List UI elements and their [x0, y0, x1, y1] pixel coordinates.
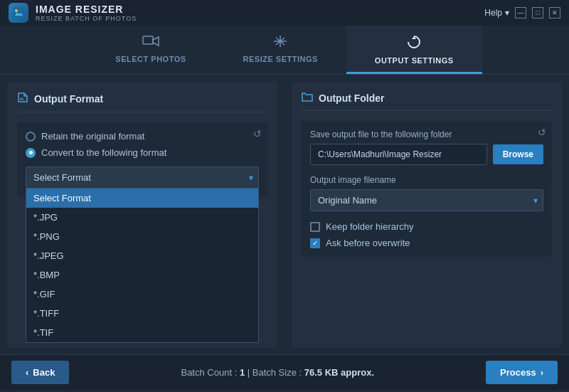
tab-select-photos[interactable]: SELECT PHOTOS	[87, 26, 214, 74]
tab-resize-settings-label: RESIZE SETTINGS	[243, 55, 318, 63]
main-content: Output Format ↺ Retain the original form…	[0, 75, 569, 354]
process-button[interactable]: Process ›	[486, 361, 558, 384]
svg-rect-2	[143, 36, 153, 44]
svg-rect-0	[13, 7, 24, 18]
resize-settings-icon	[272, 34, 288, 52]
format-option-tiff[interactable]: *.TIFF	[26, 304, 258, 323]
radio-retain[interactable]: Retain the original format	[26, 131, 259, 142]
radio-convert-label: Convert to the following format	[41, 147, 166, 158]
batch-size-label: Batch Size :	[252, 367, 302, 378]
batch-info: Batch Count : 1 | Batch Size : 76.5 KB a…	[181, 367, 374, 378]
filename-label: Output image filename	[310, 175, 543, 185]
window-controls: — □ ✕	[515, 7, 560, 18]
format-option-png[interactable]: *.PNG	[26, 227, 258, 246]
format-option-gif[interactable]: *.GIF	[26, 285, 258, 304]
format-option-bmp[interactable]: *.BMP	[26, 265, 258, 285]
radio-retain-label: Retain the original format	[41, 131, 144, 142]
keep-hierarchy-checkbox[interactable]	[310, 222, 320, 232]
format-option-jpeg[interactable]: *.JPEG	[26, 246, 258, 265]
filename-dropdown-display[interactable]: Original Name	[310, 189, 543, 211]
batch-size-value: 76.5 KB approx.	[304, 367, 374, 378]
title-bar-right: Help ▾ — □ ✕	[484, 7, 560, 18]
back-arrow-icon: ‹	[26, 367, 28, 378]
batch-count-value: 1	[240, 367, 245, 378]
output-format-refresh-icon[interactable]: ↺	[253, 128, 262, 139]
app-title-block: IMAGE RESIZER RESIZE BATCH OF PHOTOS	[36, 4, 137, 22]
output-folder-icon	[302, 92, 313, 105]
format-option-jpg[interactable]: *.JPG	[26, 208, 258, 227]
format-option-tif[interactable]: *.TIF	[26, 323, 258, 342]
radio-convert[interactable]: Convert to the following format	[26, 147, 259, 158]
app-icon	[9, 3, 28, 23]
output-format-panel: Output Format ↺ Retain the original form…	[7, 82, 277, 347]
keep-hierarchy-label: Keep folder hierarchy	[326, 221, 414, 232]
checkbox-ask-overwrite[interactable]: ✓ Ask before overwrite	[310, 238, 543, 248]
tab-output-settings-label: OUTPUT SETTINGS	[375, 56, 454, 65]
radio-retain-circle	[26, 132, 36, 142]
app-subtitle: RESIZE BATCH OF PHOTOS	[36, 15, 137, 22]
tab-select-photos-label: SELECT PHOTOS	[115, 55, 186, 63]
radio-group: Retain the original format Convert to th…	[26, 131, 259, 158]
output-folder-title: Output Folder	[319, 92, 385, 104]
ask-overwrite-checkbox[interactable]: ✓	[310, 238, 320, 248]
select-photos-icon	[142, 34, 159, 52]
tab-resize-settings[interactable]: RESIZE SETTINGS	[215, 26, 346, 74]
title-bar: IMAGE RESIZER RESIZE BATCH OF PHOTOS Hel…	[0, 0, 569, 26]
format-option-select-format[interactable]: Select Format	[26, 189, 258, 208]
format-dropdown-list: Select Format *.JPG *.PNG *.JPEG *.BMP *…	[26, 189, 259, 343]
output-format-header: Output Format	[17, 92, 267, 112]
output-format-title: Output Format	[34, 93, 103, 105]
folder-path-input[interactable]	[310, 144, 487, 165]
save-folder-label: Save output file to the following folder	[310, 129, 543, 139]
nav-tabs: SELECT PHOTOS RESIZE SETTINGS OUTPUT SET…	[0, 26, 569, 75]
process-arrow-icon: ›	[541, 367, 543, 378]
output-format-icon	[17, 92, 28, 106]
folder-input-row: Browse	[310, 144, 543, 165]
output-format-inner: ↺ Retain the original format Convert to …	[17, 122, 267, 197]
checkbox-keep-hierarchy[interactable]: Keep folder hierarchy	[310, 221, 543, 232]
output-folder-panel: Output Folder ↺ Save output file to the …	[292, 82, 562, 347]
help-button[interactable]: Help ▾	[484, 8, 509, 18]
radio-convert-circle	[26, 148, 36, 158]
app-title: IMAGE RESIZER	[36, 4, 137, 15]
filename-dropdown-container: Original Name ▾	[310, 189, 543, 211]
title-bar-left: IMAGE RESIZER RESIZE BATCH OF PHOTOS	[9, 3, 137, 23]
batch-count-label: Batch Count :	[181, 367, 237, 378]
back-button[interactable]: ‹ Back	[11, 361, 69, 384]
format-dropdown-display[interactable]: Select Format	[26, 166, 259, 189]
help-chevron-icon: ▾	[505, 8, 509, 18]
tab-output-settings[interactable]: OUTPUT SETTINGS	[346, 26, 482, 74]
maximize-button[interactable]: □	[532, 7, 543, 18]
ask-overwrite-label: Ask before overwrite	[326, 238, 410, 248]
format-dropdown-container: Select Format ▾ Select Format *.JPG *.PN…	[26, 166, 259, 189]
output-folder-header: Output Folder	[302, 92, 552, 111]
checkbox-group: Keep folder hierarchy ✓ Ask before overw…	[310, 221, 543, 248]
help-label: Help	[484, 8, 502, 18]
output-settings-icon	[406, 34, 422, 53]
output-folder-inner: ↺ Save output file to the following fold…	[302, 121, 552, 257]
svg-point-1	[15, 9, 18, 12]
browse-button[interactable]: Browse	[493, 144, 543, 164]
process-label: Process	[500, 367, 536, 378]
close-button[interactable]: ✕	[549, 7, 560, 18]
bottom-bar: ‹ Back Batch Count : 1 | Batch Size : 76…	[0, 354, 569, 390]
minimize-button[interactable]: —	[515, 7, 526, 18]
output-folder-refresh-icon[interactable]: ↺	[538, 127, 546, 138]
batch-separator: |	[248, 367, 252, 378]
back-label: Back	[33, 367, 55, 378]
